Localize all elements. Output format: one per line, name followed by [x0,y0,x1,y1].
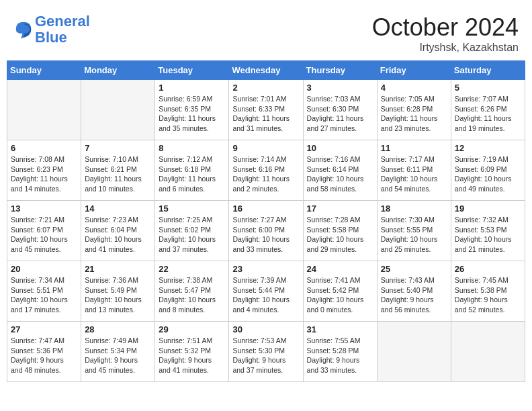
day-number: 13 [11,203,77,214]
day-info: Sunrise: 7:55 AMSunset: 5:28 PMDaylight:… [307,336,373,375]
day-info: Sunrise: 7:21 AMSunset: 6:07 PMDaylight:… [11,215,77,255]
calendar-cell: 6Sunrise: 7:08 AMSunset: 6:23 PMDaylight… [7,140,81,201]
day-info: Sunrise: 7:32 AMSunset: 5:53 PMDaylight:… [455,215,521,255]
day-number: 15 [159,203,225,214]
day-number: 4 [381,83,447,93]
week-row-3: 13Sunrise: 7:21 AMSunset: 6:07 PMDayligh… [7,201,525,261]
day-info: Sunrise: 7:03 AMSunset: 6:30 PMDaylight:… [307,94,373,134]
calendar-cell [451,322,525,382]
day-number: 8 [159,143,225,153]
logo: GeneralBlue [13,13,90,46]
day-info: Sunrise: 7:16 AMSunset: 6:14 PMDaylight:… [307,154,373,194]
calendar-cell: 24Sunrise: 7:41 AMSunset: 5:42 PMDayligh… [303,261,377,322]
calendar-cell: 20Sunrise: 7:34 AMSunset: 5:51 PMDayligh… [7,261,81,322]
day-info: Sunrise: 7:07 AMSunset: 6:26 PMDaylight:… [455,94,521,134]
day-number: 1 [159,83,225,93]
day-number: 27 [11,324,77,334]
day-header-tuesday: Tuesday [155,61,229,80]
day-info: Sunrise: 7:25 AMSunset: 6:02 PMDaylight:… [159,215,225,255]
calendar-cell: 21Sunrise: 7:36 AMSunset: 5:49 PMDayligh… [81,261,155,322]
calendar-cell: 1Sunrise: 6:59 AMSunset: 6:35 PMDaylight… [155,80,229,140]
day-number: 19 [455,203,521,214]
calendar-cell: 14Sunrise: 7:23 AMSunset: 6:04 PMDayligh… [81,201,155,261]
header-row: SundayMondayTuesdayWednesdayThursdayFrid… [7,61,525,80]
day-number: 2 [232,83,299,93]
day-header-thursday: Thursday [303,61,377,80]
calendar-cell: 27Sunrise: 7:47 AMSunset: 5:36 PMDayligh… [7,322,81,382]
calendar-cell: 15Sunrise: 7:25 AMSunset: 6:02 PMDayligh… [155,201,229,261]
day-info: Sunrise: 7:30 AMSunset: 5:55 PMDaylight:… [381,215,447,255]
day-number: 18 [381,203,447,214]
day-info: Sunrise: 7:14 AMSunset: 6:16 PMDaylight:… [232,154,299,194]
day-info: Sunrise: 7:19 AMSunset: 6:09 PMDaylight:… [455,154,521,194]
day-number: 5 [455,83,521,93]
day-info: Sunrise: 7:05 AMSunset: 6:28 PMDaylight:… [381,94,447,134]
calendar-cell: 30Sunrise: 7:53 AMSunset: 5:30 PMDayligh… [229,322,303,382]
week-row-1: 1Sunrise: 6:59 AMSunset: 6:35 PMDaylight… [7,80,525,140]
day-number: 24 [307,264,373,274]
day-info: Sunrise: 7:51 AMSunset: 5:32 PMDaylight:… [159,336,225,375]
calendar-cell: 19Sunrise: 7:32 AMSunset: 5:53 PMDayligh… [451,201,525,261]
day-info: Sunrise: 7:36 AMSunset: 5:49 PMDaylight:… [85,275,151,315]
day-number: 31 [307,324,373,334]
day-number: 12 [455,143,521,153]
calendar-cell: 8Sunrise: 7:12 AMSunset: 6:18 PMDaylight… [155,140,229,201]
calendar-cell: 23Sunrise: 7:39 AMSunset: 5:44 PMDayligh… [229,261,303,322]
day-info: Sunrise: 7:34 AMSunset: 5:51 PMDaylight:… [11,275,77,315]
day-info: Sunrise: 7:01 AMSunset: 6:33 PMDaylight:… [232,94,299,134]
day-info: Sunrise: 7:39 AMSunset: 5:44 PMDaylight:… [232,275,299,315]
calendar-cell: 25Sunrise: 7:43 AMSunset: 5:40 PMDayligh… [377,261,451,322]
calendar-cell: 7Sunrise: 7:10 AMSunset: 6:21 PMDaylight… [81,140,155,201]
calendar-cell: 31Sunrise: 7:55 AMSunset: 5:28 PMDayligh… [303,322,377,382]
calendar-table: SundayMondayTuesdayWednesdayThursdayFrid… [7,60,525,382]
day-number: 29 [159,324,225,334]
day-number: 16 [232,203,299,214]
calendar-cell: 28Sunrise: 7:49 AMSunset: 5:34 PMDayligh… [81,322,155,382]
calendar-cell: 18Sunrise: 7:30 AMSunset: 5:55 PMDayligh… [377,201,451,261]
day-number: 23 [232,264,299,274]
calendar-cell: 11Sunrise: 7:17 AMSunset: 6:11 PMDayligh… [377,140,451,201]
day-info: Sunrise: 7:27 AMSunset: 6:00 PMDaylight:… [232,215,299,255]
calendar-cell: 29Sunrise: 7:51 AMSunset: 5:32 PMDayligh… [155,322,229,382]
calendar-cell: 17Sunrise: 7:28 AMSunset: 5:58 PMDayligh… [303,201,377,261]
week-row-4: 20Sunrise: 7:34 AMSunset: 5:51 PMDayligh… [7,261,525,322]
day-info: Sunrise: 7:45 AMSunset: 5:38 PMDaylight:… [455,275,521,315]
day-info: Sunrise: 7:49 AMSunset: 5:34 PMDaylight:… [85,336,151,375]
logo-icon [13,19,34,40]
week-row-5: 27Sunrise: 7:47 AMSunset: 5:36 PMDayligh… [7,322,525,382]
day-number: 10 [307,143,373,153]
day-header-sunday: Sunday [7,61,81,80]
day-info: Sunrise: 6:59 AMSunset: 6:35 PMDaylight:… [159,94,225,134]
day-info: Sunrise: 7:12 AMSunset: 6:18 PMDaylight:… [159,154,225,194]
day-info: Sunrise: 7:53 AMSunset: 5:30 PMDaylight:… [232,336,299,375]
day-header-monday: Monday [81,61,155,80]
month-title: October 2024 [372,13,519,42]
day-number: 20 [11,264,77,274]
day-info: Sunrise: 7:17 AMSunset: 6:11 PMDaylight:… [381,154,447,194]
day-number: 9 [232,143,299,153]
calendar-cell: 5Sunrise: 7:07 AMSunset: 6:26 PMDaylight… [451,80,525,140]
day-number: 7 [85,143,151,153]
calendar-cell: 16Sunrise: 7:27 AMSunset: 6:00 PMDayligh… [229,201,303,261]
day-header-friday: Friday [377,61,451,80]
week-row-2: 6Sunrise: 7:08 AMSunset: 6:23 PMDaylight… [7,140,525,201]
day-number: 26 [455,264,521,274]
day-info: Sunrise: 7:10 AMSunset: 6:21 PMDaylight:… [85,154,151,194]
day-header-saturday: Saturday [451,61,525,80]
day-number: 14 [85,203,151,214]
day-number: 3 [307,83,373,93]
day-info: Sunrise: 7:43 AMSunset: 5:40 PMDaylight:… [381,275,447,315]
day-number: 6 [11,143,77,153]
day-number: 21 [85,264,151,274]
day-info: Sunrise: 7:23 AMSunset: 6:04 PMDaylight:… [85,215,151,255]
location: Irtyshsk, Kazakhstan [372,42,519,54]
logo-general: General [35,13,90,30]
day-number: 11 [381,143,447,153]
day-info: Sunrise: 7:28 AMSunset: 5:58 PMDaylight:… [307,215,373,255]
day-number: 25 [381,264,447,274]
calendar-cell: 26Sunrise: 7:45 AMSunset: 5:38 PMDayligh… [451,261,525,322]
day-info: Sunrise: 7:47 AMSunset: 5:36 PMDaylight:… [11,336,77,375]
day-number: 30 [232,324,299,334]
calendar-cell [377,322,451,382]
day-info: Sunrise: 7:08 AMSunset: 6:23 PMDaylight:… [11,154,77,194]
